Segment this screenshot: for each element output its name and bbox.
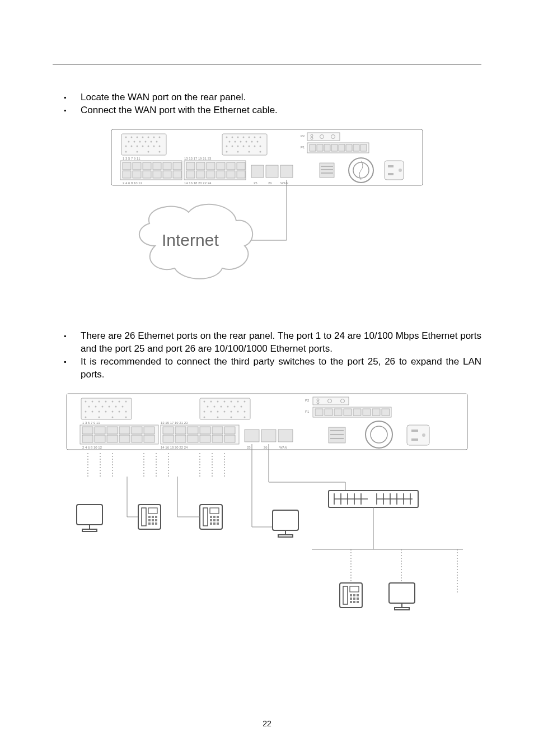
svg-rect-64 <box>360 144 367 151</box>
svg-rect-193 <box>188 427 198 434</box>
svg-point-138 <box>210 400 212 402</box>
svg-rect-291 <box>357 598 359 600</box>
svg-text:25: 25 <box>247 446 251 449</box>
svg-point-214 <box>366 421 392 448</box>
svg-rect-97 <box>280 165 293 178</box>
svg-rect-199 <box>188 435 198 442</box>
svg-rect-183 <box>132 427 142 434</box>
svg-point-44 <box>249 145 250 147</box>
svg-rect-207 <box>278 430 293 442</box>
svg-point-144 <box>207 405 209 407</box>
svg-point-42 <box>237 145 239 147</box>
svg-point-160 <box>244 416 246 418</box>
svg-text:13   15   17   19   21   23: 13 15 17 19 21 23 <box>161 421 188 424</box>
svg-rect-95 <box>251 165 264 178</box>
svg-point-24 <box>137 151 138 152</box>
svg-rect-82 <box>196 162 205 170</box>
svg-point-30 <box>243 136 245 138</box>
svg-rect-84 <box>217 162 225 170</box>
svg-rect-252 <box>217 516 219 518</box>
svg-rect-181 <box>107 427 118 434</box>
svg-rect-96 <box>266 165 278 178</box>
svg-point-147 <box>227 405 229 407</box>
svg-point-126 <box>85 410 87 412</box>
svg-rect-86 <box>237 162 245 170</box>
svg-rect-77 <box>143 171 151 178</box>
svg-rect-59 <box>324 144 330 151</box>
svg-text:25: 25 <box>254 181 257 185</box>
svg-rect-186 <box>95 435 105 442</box>
svg-text:2    4    6    8   10   12: 2 4 6 8 10 12 <box>123 181 143 185</box>
svg-point-3 <box>125 136 127 138</box>
svg-rect-288 <box>357 594 359 596</box>
svg-point-215 <box>371 426 387 443</box>
svg-rect-237 <box>152 516 154 518</box>
svg-point-43 <box>243 145 245 147</box>
svg-rect-81 <box>186 162 195 170</box>
svg-point-158 <box>217 416 219 418</box>
svg-text:1    3    5    7    9    11: 1 3 5 7 9 11 <box>82 421 100 424</box>
psu-p1-label: P1 <box>301 146 305 149</box>
svg-rect-241 <box>155 519 157 521</box>
svg-rect-63 <box>353 144 359 151</box>
svg-point-123 <box>109 405 110 407</box>
svg-rect-167 <box>315 409 323 416</box>
svg-point-159 <box>231 416 232 418</box>
svg-rect-57 <box>310 144 316 151</box>
svg-point-109 <box>399 169 402 172</box>
svg-rect-85 <box>227 162 235 170</box>
svg-point-117 <box>112 400 114 402</box>
switch-icon <box>329 491 418 507</box>
svg-point-114 <box>92 400 93 402</box>
svg-rect-216 <box>407 425 429 445</box>
svg-rect-200 <box>200 435 210 442</box>
svg-point-119 <box>125 400 127 402</box>
page-number: 22 <box>0 719 534 728</box>
svg-point-122 <box>102 405 104 407</box>
svg-rect-88 <box>196 171 205 178</box>
svg-text:1    3    5    7    9    11: 1 3 5 7 9 11 <box>123 157 140 160</box>
svg-text:2    4    6    8   10   12: 2 4 6 8 10 12 <box>82 446 102 449</box>
svg-point-130 <box>112 410 114 412</box>
svg-rect-292 <box>350 601 352 603</box>
svg-point-22 <box>159 145 161 147</box>
lan-connection-diagram: P2 P1 1 3 5 7 9 11 13 15 17 19 21 23 2 4… <box>65 393 469 628</box>
svg-rect-172 <box>363 409 371 416</box>
svg-point-142 <box>237 400 239 402</box>
svg-rect-169 <box>334 409 342 416</box>
svg-point-149 <box>241 405 242 407</box>
svg-point-21 <box>153 145 155 147</box>
svg-point-20 <box>148 145 149 147</box>
svg-point-157 <box>204 416 205 418</box>
svg-rect-197 <box>163 435 174 442</box>
svg-point-45 <box>254 145 256 147</box>
svg-rect-238 <box>155 516 157 518</box>
svg-rect-286 <box>350 594 352 596</box>
list-item: It is recommended to connect the third p… <box>81 356 481 381</box>
device-panel: P2 P1 1 3 5 7 9 11 13 15 17 19 21 23 2 4… <box>67 394 467 450</box>
psu-p2-label: P2 <box>301 134 305 138</box>
ip-phone-icon <box>200 505 222 529</box>
svg-rect-91 <box>227 171 235 178</box>
svg-point-48 <box>237 151 239 152</box>
svg-point-8 <box>153 136 155 138</box>
svg-rect-262 <box>278 535 293 537</box>
svg-point-125 <box>122 405 124 407</box>
svg-rect-195 <box>212 427 223 434</box>
svg-point-143 <box>244 400 246 402</box>
svg-rect-190 <box>144 435 154 442</box>
svg-text:13   15   17   19   21   23: 13 15 17 19 21 23 <box>184 157 212 160</box>
svg-rect-60 <box>331 144 338 151</box>
svg-rect-243 <box>152 522 154 525</box>
svg-rect-290 <box>353 598 355 600</box>
svg-rect-218 <box>411 438 418 441</box>
wan-connection-diagram: P2 P1 1 3 5 7 9 11 13 15 17 19 21 23 <box>110 128 424 302</box>
svg-rect-78 <box>153 171 161 178</box>
svg-text:26: 26 <box>268 181 272 185</box>
svg-point-19 <box>142 145 144 147</box>
svg-rect-235 <box>148 508 157 514</box>
svg-rect-284 <box>343 586 348 604</box>
svg-point-39 <box>257 141 259 142</box>
svg-rect-295 <box>389 583 415 603</box>
svg-rect-210 <box>329 427 345 443</box>
